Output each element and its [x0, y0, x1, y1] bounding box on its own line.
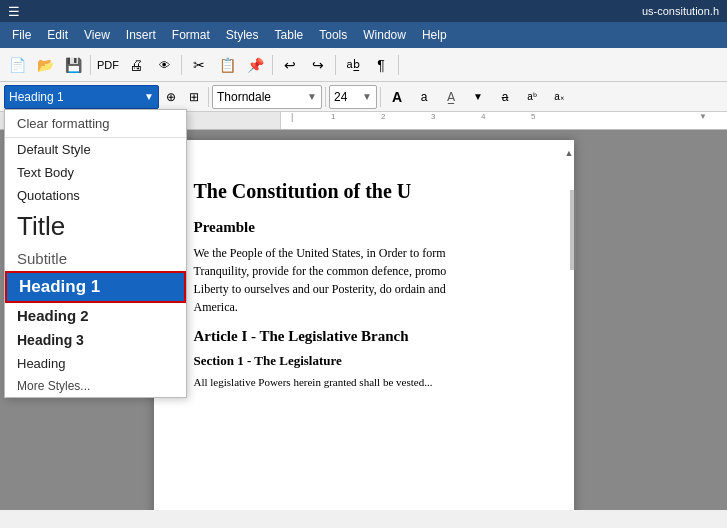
style-heading-2[interactable]: Heading 2 — [5, 303, 186, 328]
preamble-heading: Preamble — [194, 219, 534, 236]
sep4 — [335, 55, 336, 75]
toolbar-row1: 📄 📂 💾 PDF 🖨 👁 ✂ 📋 📌 ↩ ↪ ab̲ ¶ — [0, 48, 727, 82]
sep-fmt — [380, 87, 381, 107]
new-style-btn[interactable]: ⊞ — [183, 84, 205, 110]
sep2 — [181, 55, 182, 75]
doc-title: The Constitution of the U — [194, 180, 534, 203]
style-dropdown-label: Heading 1 — [9, 90, 64, 104]
undo-button[interactable]: ↩ — [277, 52, 303, 78]
menu-help[interactable]: Help — [414, 26, 455, 44]
font-shadow-a[interactable]: A̲ — [438, 84, 464, 110]
font-label: Thorndale — [217, 90, 271, 104]
size-dropdown-arrow: ▼ — [362, 91, 372, 102]
preamble-body: We the People of the United States, in O… — [194, 244, 534, 316]
font-dropdown-arrow: ▼ — [307, 91, 317, 102]
style-heading[interactable]: Heading — [5, 352, 186, 375]
style-dropdown[interactable]: Heading 1 ▼ — [4, 85, 159, 109]
style-clear-formatting[interactable]: Clear formatting — [5, 110, 186, 138]
style-dropdown-arrow: ▼ — [144, 91, 154, 102]
font-color-a[interactable]: A — [384, 84, 410, 110]
menu-view[interactable]: View — [76, 26, 118, 44]
sep-size — [325, 87, 326, 107]
style-default-style[interactable]: Default Style — [5, 138, 186, 161]
style-quotations[interactable]: Quotations — [5, 184, 186, 207]
paste-button[interactable]: 📌 — [242, 52, 268, 78]
app-icon: ☰ — [8, 4, 20, 19]
nonprint-button[interactable]: ¶ — [368, 52, 394, 78]
sep1 — [90, 55, 91, 75]
style-title[interactable]: Title — [5, 207, 186, 246]
sep3 — [272, 55, 273, 75]
superscript-btn[interactable]: aᵇ — [519, 84, 545, 110]
strikethrough-btn[interactable]: a — [492, 84, 518, 110]
copy-button[interactable]: 📋 — [214, 52, 240, 78]
menu-window[interactable]: Window — [355, 26, 414, 44]
print-button[interactable]: 🖨 — [123, 52, 149, 78]
spellcheck-button[interactable]: ab̲ — [340, 52, 366, 78]
menu-bar: File Edit View Insert Format Styles Tabl… — [0, 22, 727, 48]
toolbar-row2: Heading 1 ▼ Clear formatting Default Sty… — [0, 82, 727, 112]
style-heading-3[interactable]: Heading 3 — [5, 328, 186, 352]
size-dropdown[interactable]: 24 ▼ — [329, 85, 377, 109]
menu-styles[interactable]: Styles — [218, 26, 267, 44]
size-label: 24 — [334, 90, 347, 104]
subscript-btn[interactable]: aₓ — [546, 84, 572, 110]
font-color-dropdown[interactable]: ▼ — [465, 84, 491, 110]
title-bar-text: us-consitution.h — [642, 5, 719, 17]
menu-insert[interactable]: Insert — [118, 26, 164, 44]
pdf-button[interactable]: PDF — [95, 52, 121, 78]
title-bar: ☰ us-consitution.h — [0, 0, 727, 22]
sep5 — [398, 55, 399, 75]
open-button[interactable]: 📂 — [32, 52, 58, 78]
document-page: ▲ The Constitution of the U Preamble We … — [154, 140, 574, 510]
style-more-styles[interactable]: More Styles... — [5, 375, 186, 397]
style-heading-1[interactable]: Heading 1 — [5, 271, 186, 303]
article1-heading: Article I - The Legislative Branch — [194, 328, 534, 345]
sep-font — [208, 87, 209, 107]
update-style-btn[interactable]: ⊕ — [160, 84, 182, 110]
font-color-small-a[interactable]: a — [411, 84, 437, 110]
ruler-content: | 1 2 3 4 5 ▼ — [280, 112, 727, 129]
new-button[interactable]: 📄 — [4, 52, 30, 78]
menu-edit[interactable]: Edit — [39, 26, 76, 44]
page-marker — [570, 190, 576, 270]
redo-button[interactable]: ↪ — [305, 52, 331, 78]
section1-subheading: Section 1 - The Legislature — [194, 353, 534, 369]
cut-button[interactable]: ✂ — [186, 52, 212, 78]
section1-body: All legislative Powers herein granted sh… — [194, 375, 534, 390]
menu-tools[interactable]: Tools — [311, 26, 355, 44]
style-subtitle[interactable]: Subtitle — [5, 246, 186, 271]
menu-format[interactable]: Format — [164, 26, 218, 44]
save-button[interactable]: 💾 — [60, 52, 86, 78]
menu-file[interactable]: File — [4, 26, 39, 44]
style-text-body[interactable]: Text Body — [5, 161, 186, 184]
styles-dropdown-panel: Clear formatting Default Style Text Body… — [4, 109, 187, 398]
menu-table[interactable]: Table — [267, 26, 312, 44]
font-dropdown[interactable]: Thorndale ▼ — [212, 85, 322, 109]
style-dropdown-container: Heading 1 ▼ Clear formatting Default Sty… — [4, 85, 159, 109]
preview-button[interactable]: 👁 — [151, 52, 177, 78]
